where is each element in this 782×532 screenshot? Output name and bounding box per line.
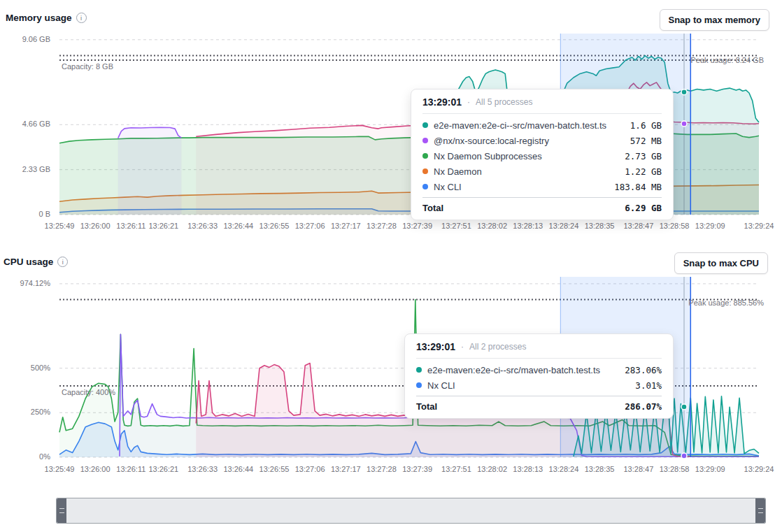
x-tick-label: 13:28:13 [513, 465, 543, 473]
y-tick-label: 9.06 GB [22, 35, 50, 43]
hover-point-marker [681, 121, 687, 127]
cpu-capacity-label: Capacity: 400% [62, 388, 115, 396]
cpu-peak-label: Peak usage: 885.56% [688, 299, 764, 307]
x-tick-label: 13:29:24 [744, 465, 774, 473]
time-range-slider[interactable] [56, 498, 766, 524]
process-name: Nx Daemon Subprocesses [434, 151, 619, 161]
x-tick-label: 13:26:21 [148, 465, 178, 473]
memory-x-axis: 13:25:4913:26:0013:26:1113:26:2113:26:33… [0, 222, 782, 231]
series-color-dot [422, 168, 428, 174]
memory-tooltip: 13:29:01 · All 5 processes e2e-maven:e2e… [411, 89, 674, 220]
process-value: 2.73 GB [625, 151, 662, 161]
process-value: 3.01% [635, 380, 662, 391]
x-tick-label: 13:26:33 [187, 465, 218, 473]
cpu-title-text: CPU usage [3, 257, 53, 267]
x-tick-label: 13:28:47 [623, 222, 653, 230]
x-tick-label: 13:25:49 [45, 465, 75, 473]
memory-peak-label: Peak usage: 8.24 GB [690, 56, 764, 64]
tooltip-total-row: Total 286.07% [416, 396, 662, 412]
cpu-y-axis: 974.12%500%250%0% [0, 277, 55, 457]
x-tick-label: 13:26:00 [80, 222, 111, 230]
x-tick-label: 13:28:02 [477, 222, 507, 230]
process-value: 283.06% [625, 365, 662, 375]
x-tick-label: 13:27:17 [331, 465, 361, 473]
hover-point-marker [681, 453, 687, 459]
x-tick-label: 13:28:35 [585, 465, 615, 473]
x-tick-label: 13:29:09 [695, 465, 725, 473]
tooltip-process-row: Nx CLI183.84 MB [422, 179, 662, 194]
x-tick-label: 13:28:24 [549, 465, 579, 473]
tooltip-total-row: Total 6.29 GB [422, 197, 662, 213]
memory-title-text: Memory usage [6, 13, 72, 23]
series-area [118, 127, 182, 215]
process-value: 1.22 GB [625, 166, 662, 177]
tooltip-rows: e2e-maven:e2e-ci--src/maven-batch.test.t… [416, 359, 662, 394]
slider-right-handle[interactable] [755, 498, 765, 523]
series-color-dot [422, 184, 428, 189]
tooltip-total-value: 6.29 GB [625, 203, 662, 213]
memory-capacity-label: Capacity: 8 GB [62, 62, 113, 71]
tooltip-total-value: 286.07% [625, 401, 662, 412]
y-tick-label: 0 B [38, 210, 50, 218]
tooltip-time: 13:29:01 [422, 96, 462, 108]
x-tick-label: 13:27:51 [441, 222, 471, 230]
y-tick-label: 0% [39, 452, 50, 461]
process-name: e2e-maven:e2e-ci--src/maven-batch.test.t… [427, 365, 619, 375]
series-color-dot [422, 153, 428, 159]
tooltip-header: 13:29:01 · All 2 processes [416, 341, 662, 359]
tooltip-separator: · [467, 97, 470, 107]
snap-to-max-cpu-button[interactable]: Snap to max CPU [674, 252, 768, 274]
y-tick-label: 974.12% [20, 279, 50, 287]
process-name: e2e-maven:e2e-ci--src/maven-batch.test.t… [434, 120, 625, 131]
cpu-section-title: CPU usage i [3, 257, 68, 267]
x-tick-label: 13:28:58 [660, 465, 690, 473]
x-tick-label: 13:25:49 [45, 222, 75, 230]
process-name: Nx CLI [427, 380, 630, 391]
tooltip-process-row: Nx Daemon Subprocesses2.73 GB [422, 148, 662, 164]
series-color-dot [416, 382, 422, 388]
tooltip-process-row: e2e-maven:e2e-ci--src/maven-batch.test.t… [422, 117, 662, 133]
memory-section-title: Memory usage i [6, 13, 87, 23]
x-tick-label: 13:26:44 [223, 465, 253, 473]
x-tick-label: 13:27:06 [295, 465, 325, 473]
x-tick-label: 13:28:24 [549, 222, 579, 230]
process-name: Nx CLI [434, 182, 609, 192]
x-tick-label: 13:28:35 [585, 222, 615, 230]
x-tick-label: 13:26:55 [260, 222, 290, 230]
x-tick-label: 13:26:33 [187, 222, 218, 230]
tooltip-subtitle: All 5 processes [476, 97, 532, 107]
tooltip-process-row: Nx Daemon1.22 GB [422, 164, 662, 179]
x-tick-label: 13:27:17 [331, 222, 361, 230]
info-icon[interactable]: i [57, 257, 68, 267]
process-name: Nx Daemon [434, 166, 619, 177]
x-tick-label: 13:27:51 [441, 465, 471, 473]
info-icon[interactable]: i [76, 13, 87, 23]
snap-to-max-memory-button[interactable]: Snap to max memory [660, 9, 770, 31]
tooltip-process-row: @nx/nx-source:local-registry572 MB [422, 133, 662, 148]
y-tick-label: 250% [31, 408, 50, 416]
tooltip-time: 13:29:01 [416, 341, 455, 352]
cpu-x-axis: 13:25:4913:26:0013:26:1113:26:2113:26:33… [0, 465, 782, 475]
x-tick-label: 13:26:21 [148, 222, 178, 230]
x-tick-label: 13:26:55 [260, 465, 290, 473]
tooltip-subtitle: All 2 processes [469, 342, 526, 352]
x-tick-label: 13:29:09 [695, 222, 725, 230]
tooltip-process-row: e2e-maven:e2e-ci--src/maven-batch.test.t… [416, 362, 662, 378]
x-tick-label: 13:26:11 [116, 465, 145, 473]
tooltip-total-label: Total [416, 401, 437, 412]
x-tick-label: 13:28:58 [660, 222, 690, 230]
cpu-tooltip: 13:29:01 · All 2 processes e2e-maven:e2e… [404, 333, 674, 419]
x-tick-label: 13:29:24 [744, 222, 774, 230]
x-tick-label: 13:27:28 [367, 465, 397, 473]
tooltip-separator: · [461, 342, 464, 352]
memory-y-axis: 9.06 GB4.66 GB2.33 GB0 B [0, 34, 55, 215]
x-tick-label: 13:27:06 [295, 222, 325, 230]
x-tick-label: 13:28:47 [623, 465, 653, 473]
cpu-chart: 974.12%500%250%0% Capacity: 400% Peak us… [0, 277, 782, 457]
memory-chart: 9.06 GB4.66 GB2.33 GB0 B Capacity: 8 GB … [0, 34, 782, 215]
slider-left-handle[interactable] [57, 498, 66, 523]
tooltip-total-label: Total [422, 203, 443, 213]
series-color-dot [422, 138, 428, 143]
x-tick-label: 13:27:28 [367, 222, 397, 230]
y-tick-label: 500% [31, 364, 50, 372]
